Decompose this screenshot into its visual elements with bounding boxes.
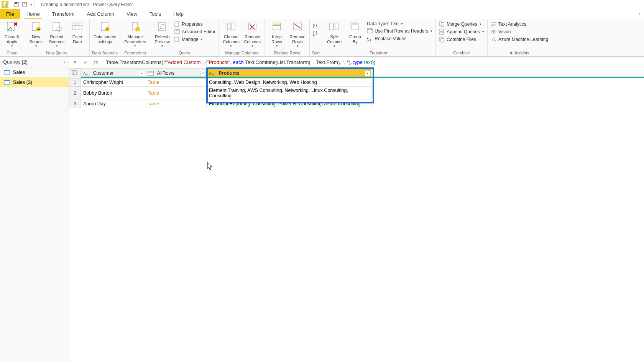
svg-rect-2 <box>23 2 26 7</box>
qat-dropdown-icon[interactable]: ▾ <box>30 3 32 7</box>
group-close: ✖ Close & Apply▾ Close <box>0 19 24 56</box>
svg-rect-50 <box>441 38 444 42</box>
sort-desc-button[interactable]: ZA <box>312 30 320 37</box>
close-apply-button[interactable]: ✖ Close & Apply▾ <box>2 20 21 49</box>
properties-button[interactable]: Properties <box>173 21 216 28</box>
keep-rows-button[interactable]: Keep Rows▾ <box>267 20 286 49</box>
svg-text:A: A <box>209 72 212 76</box>
group-transform: Split Column▾ Group By Data Type: Text▾ … <box>322 19 436 56</box>
svg-rect-8 <box>53 22 60 31</box>
svg-rect-19 <box>158 22 165 31</box>
window-title: Creating a delimited list - Power Query … <box>41 2 133 7</box>
data-grid: ABC Customer ▾ AllRows ⤢ ABC Products <box>69 68 644 108</box>
collapse-pane-icon[interactable]: ‹ <box>64 59 66 65</box>
replace-values-button[interactable]: 1→2Replace Values <box>366 35 433 42</box>
svg-text:A: A <box>83 72 86 76</box>
table-icon <box>72 70 78 76</box>
svg-rect-37 <box>330 23 334 30</box>
table-icon <box>4 79 10 85</box>
vision-button[interactable]: Vision <box>490 28 549 35</box>
tab-file[interactable]: File <box>0 9 20 19</box>
svg-rect-30 <box>273 25 281 26</box>
group-ai-insights: Text Analytics Vision Azure Machine Lear… <box>488 19 551 56</box>
svg-text:A: A <box>313 23 315 26</box>
tab-transform[interactable]: Transform <box>46 9 81 19</box>
text-type-icon: ABC <box>209 71 216 76</box>
ribbon-tabs: File Home Transform Add Column View Tool… <box>0 9 644 19</box>
split-column-button[interactable]: Split Column▾ <box>325 20 344 49</box>
azure-ml-button[interactable]: Azure Machine Learning <box>490 36 549 43</box>
svg-rect-23 <box>175 37 179 42</box>
filter-icon[interactable]: ▾ <box>139 71 144 76</box>
expand-icon[interactable]: ⤢ <box>200 71 205 76</box>
tab-home[interactable]: Home <box>20 9 46 19</box>
query-item-sales-2[interactable]: Sales (2) <box>0 77 69 87</box>
recent-sources-button[interactable]: Recent Sources▾ <box>47 20 66 49</box>
svg-rect-66 <box>148 71 153 75</box>
app-icon: 📊 <box>2 1 8 8</box>
svg-point-55 <box>493 31 495 33</box>
group-reduce-rows: Keep Rows▾ Remove Rows▾ Reduce Rows <box>265 19 310 56</box>
new-source-button[interactable]: ✦ New Source▾ <box>26 20 46 49</box>
save-icon[interactable] <box>13 2 20 8</box>
svg-text:✖: ✖ <box>13 21 18 27</box>
ribbon-collapse-icon[interactable]: 〈 <box>633 9 644 19</box>
svg-rect-59 <box>4 80 10 81</box>
svg-rect-40 <box>351 23 359 25</box>
svg-text:C: C <box>214 74 215 76</box>
group-by-button[interactable]: Group By <box>345 20 365 45</box>
table-row[interactable]: 1 Christopher Wright Table Consulting, W… <box>69 79 371 87</box>
sort-asc-button[interactable]: AZ <box>312 22 320 29</box>
manage-button[interactable]: Manage▾ <box>173 36 216 43</box>
svg-rect-25 <box>230 23 232 30</box>
remove-rows-button[interactable]: Remove Rows▾ <box>288 20 307 49</box>
svg-point-16 <box>107 28 108 30</box>
advanced-editor-button[interactable]: Advanced Editor <box>173 28 216 35</box>
cursor-icon <box>207 162 214 170</box>
filter-icon[interactable]: ▾ <box>365 71 370 76</box>
svg-point-18 <box>135 27 140 31</box>
table-row[interactable]: 3 Aaron Day Table Financial Reporting, C… <box>69 100 371 108</box>
main-area: ✕ ✓ ƒx = Table.TransformColumns(#"Added … <box>69 57 644 362</box>
remove-columns-button[interactable]: Remove Columns▾ <box>243 20 262 49</box>
table-row[interactable]: 2 Bobby Burton Table Element Training, A… <box>69 87 371 100</box>
svg-text:1: 1 <box>367 36 368 39</box>
tab-view[interactable]: View <box>120 9 143 19</box>
tab-add-column[interactable]: Add Column <box>80 9 120 19</box>
svg-text:A: A <box>313 34 315 36</box>
tab-tools[interactable]: Tools <box>143 9 167 19</box>
cancel-formula-icon[interactable]: ✕ <box>71 59 78 66</box>
undo-icon[interactable] <box>22 2 28 8</box>
query-item-sales[interactable]: Sales <box>0 67 69 77</box>
group-manage-columns: Choose Columns▾ Remove Columns▾ Manage C… <box>219 19 265 56</box>
data-type-button[interactable]: Data Type: Text▾ <box>366 21 433 27</box>
queries-pane: Queries [2] ‹ Sales Sales (2) <box>0 57 69 362</box>
formula-text[interactable]: = Table.TransformColumns(#"Added Custom"… <box>102 59 376 65</box>
append-queries-button[interactable]: Append Queries▾ <box>438 28 485 35</box>
ribbon: ✖ Close & Apply▾ Close ✦ New Source▾ Rec… <box>0 19 644 57</box>
data-source-settings-button[interactable]: Data source settings <box>92 20 118 45</box>
first-row-headers-button[interactable]: Use First Row as Headers▾ <box>366 28 433 34</box>
combine-files-button[interactable]: Combine Files <box>438 36 485 43</box>
table-corner[interactable] <box>69 69 81 79</box>
group-data-sources: Data source settings Data Sources <box>90 19 120 56</box>
svg-rect-46 <box>441 23 444 26</box>
text-type-icon: ABC <box>83 71 90 76</box>
group-combine: Merge Queries▾ Append Queries▾ Combine F… <box>436 19 488 56</box>
svg-rect-60 <box>72 70 77 74</box>
text-analytics-button[interactable]: Text Analytics <box>490 21 549 28</box>
svg-rect-21 <box>175 29 179 33</box>
svg-rect-48 <box>440 32 444 34</box>
choose-columns-button[interactable]: Choose Columns▾ <box>221 20 241 49</box>
enter-data-button[interactable]: Enter Data <box>68 20 87 45</box>
merge-queries-button[interactable]: Merge Queries▾ <box>438 21 485 28</box>
tab-help[interactable]: Help <box>167 9 190 19</box>
accept-formula-icon[interactable]: ✓ <box>82 59 89 66</box>
svg-rect-10 <box>73 23 82 30</box>
group-parameters: Manage Parameters▾ Parameters <box>120 19 150 56</box>
refresh-preview-button[interactable]: Refresh Preview▾ <box>153 20 172 49</box>
manage-parameters-button[interactable]: Manage Parameters▾ <box>123 20 148 49</box>
group-new-query: ✦ New Source▾ Recent Sources▾ Enter Data… <box>24 19 90 56</box>
fx-icon[interactable]: ƒx <box>93 59 98 65</box>
formula-bar: ✕ ✓ ƒx = Table.TransformColumns(#"Added … <box>69 57 644 68</box>
